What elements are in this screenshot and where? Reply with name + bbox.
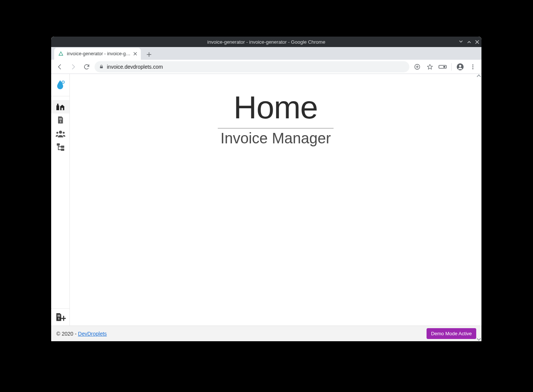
- demo-mode-badge[interactable]: Demo Mode Active: [427, 328, 476, 339]
- address-bar[interactable]: invoice.devdroplets.com: [94, 61, 409, 72]
- page-viewport: $: [51, 74, 481, 341]
- browser-tab[interactable]: invoice-generator - invoice-g…: [54, 48, 141, 60]
- window-controls: [459, 37, 479, 47]
- svg-rect-14: [59, 118, 62, 119]
- app-logo[interactable]: [51, 74, 69, 96]
- svg-rect-13: [61, 108, 63, 110]
- lock-icon: [99, 64, 104, 69]
- browser-toolbar: invoice.devdroplets.com: [51, 60, 481, 74]
- tab-favicon-icon: [58, 51, 64, 57]
- svg-text:$: $: [58, 317, 59, 320]
- url-text: invoice.devdroplets.com: [107, 64, 163, 70]
- sidebar-item-home[interactable]: [51, 100, 69, 113]
- svg-point-8: [472, 68, 474, 69]
- close-icon[interactable]: [475, 40, 479, 44]
- svg-rect-23: [57, 315, 60, 315]
- maximize-icon[interactable]: [467, 40, 471, 44]
- svg-point-18: [56, 132, 58, 134]
- people-icon: [56, 130, 65, 137]
- back-button[interactable]: [54, 61, 65, 72]
- svg-point-17: [59, 131, 62, 134]
- page-title: Home: [218, 89, 334, 126]
- invoice-icon: $: [57, 116, 64, 124]
- footer-left: © 2020 - DevDroplets: [56, 331, 107, 337]
- kebab-menu-icon[interactable]: [467, 61, 478, 72]
- page-subtitle: Invoice Manager: [218, 130, 334, 147]
- new-tab-button[interactable]: [144, 49, 154, 60]
- svg-point-19: [62, 132, 64, 134]
- new-invoice-icon: $: [55, 313, 66, 322]
- forward-button[interactable]: [68, 61, 79, 72]
- toolbar-separator: [451, 63, 452, 71]
- footer-link[interactable]: DevDroplets: [78, 331, 107, 337]
- sidebar-item-categories[interactable]: [51, 140, 69, 154]
- tab-strip: invoice-generator - invoice-g…: [51, 47, 481, 60]
- tree-icon: [56, 143, 65, 151]
- svg-point-6: [472, 64, 474, 65]
- svg-rect-20: [57, 143, 60, 146]
- svg-rect-24: [57, 316, 60, 316]
- hero: Home Invoice Manager: [218, 89, 334, 147]
- svg-rect-0: [100, 66, 103, 68]
- extension-icon[interactable]: [437, 61, 448, 72]
- minimize-icon[interactable]: [459, 40, 463, 44]
- svg-rect-11: [57, 104, 58, 106]
- svg-text:$: $: [59, 120, 61, 123]
- browser-window: invoice-generator - invoice-generator - …: [51, 37, 481, 341]
- reload-button[interactable]: [81, 61, 92, 72]
- tab-close-icon[interactable]: [133, 52, 137, 56]
- bookmark-icon[interactable]: [424, 61, 436, 72]
- sidebar-item-invoices[interactable]: $: [51, 113, 69, 127]
- sidebar-nav: $: [51, 96, 69, 154]
- profile-icon[interactable]: [455, 61, 466, 72]
- svg-point-5: [459, 65, 461, 67]
- svg-point-9: [62, 81, 64, 83]
- install-app-icon[interactable]: [412, 61, 423, 72]
- main-content: Home Invoice Manager: [70, 74, 481, 326]
- copyright-text: © 2020 -: [56, 331, 78, 337]
- scrollbar[interactable]: [477, 74, 481, 341]
- os-titlebar: invoice-generator - invoice-generator - …: [51, 37, 481, 47]
- svg-rect-3: [443, 66, 445, 68]
- title-divider: [218, 128, 334, 128]
- new-invoice-button[interactable]: $: [51, 308, 69, 326]
- app-sidebar: $: [51, 74, 70, 326]
- svg-rect-21: [61, 146, 64, 148]
- svg-point-7: [472, 66, 474, 67]
- tab-title: invoice-generator - invoice-g…: [67, 51, 130, 56]
- home-icon: [56, 103, 65, 111]
- window-title: invoice-generator - invoice-generator - …: [207, 39, 325, 45]
- app-footer: © 2020 - DevDroplets Demo Mode Active: [51, 326, 481, 341]
- sidebar-item-clients[interactable]: [51, 127, 69, 140]
- svg-rect-15: [59, 119, 62, 119]
- svg-rect-10: [56, 105, 59, 110]
- svg-rect-22: [61, 149, 64, 151]
